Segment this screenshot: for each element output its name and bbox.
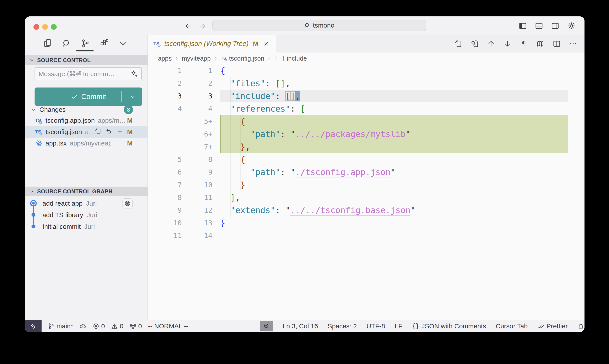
history-forward-button[interactable] (198, 22, 206, 30)
toggle-panel-button[interactable] (534, 21, 544, 31)
statusbar-spaces-2[interactable]: Spaces: 2 (328, 323, 357, 330)
line-number-modified: 1 (182, 64, 212, 77)
breadcrumb-item-tsconfig.json[interactable]: TStsconfig.json (221, 55, 264, 62)
arrow-down-button[interactable] (502, 39, 513, 49)
pilcrow-button[interactable]: ¶ (519, 39, 529, 49)
file-search-button[interactable] (469, 39, 480, 49)
activity-item-extensions[interactable] (99, 38, 109, 49)
statusbar-ln-3-col-16[interactable]: Ln 3, Col 16 (283, 323, 318, 330)
zoom-indicator[interactable] (260, 321, 273, 331)
close-icon[interactable] (263, 41, 269, 47)
modified-badge: M (127, 128, 132, 136)
statusbar-0[interactable]: 0 (130, 323, 142, 330)
go-to-file-button[interactable] (94, 128, 102, 136)
statusbar--normal-[interactable]: -- NORMAL -- (148, 323, 188, 330)
code-line-10[interactable]: 710 } (148, 179, 584, 191)
commit-row-1[interactable]: add react appJuri (25, 197, 148, 209)
statusbar-prettier[interactable]: Prettier (537, 323, 568, 330)
activity-item-chevron-down[interactable] (118, 38, 128, 49)
statusbar-json-with-comments[interactable]: {}JSON with Comments (412, 323, 486, 330)
remote-indicator[interactable] (25, 320, 41, 332)
commit-message: Initial commit (42, 223, 81, 230)
cloud-upload-status[interactable] (79, 323, 86, 330)
commit-row-2[interactable]: add TS libraryJuri (25, 209, 148, 221)
code-line-1[interactable]: 11{ (148, 64, 584, 77)
code-line-13[interactable]: 1013} (148, 217, 584, 229)
code-text: "files": [], (220, 77, 290, 90)
code-line-4[interactable]: 44 "references": [ (148, 102, 584, 115)
chevron-right-icon (267, 56, 272, 61)
statusbar-main-[interactable]: main* (48, 323, 73, 330)
line-number-modified: 11 (182, 191, 212, 204)
changed-file-row-tsconfig.json[interactable]: TStsconfig.jsona…M (25, 126, 148, 138)
split-editor-button[interactable] (551, 39, 562, 49)
modified-badge: M (127, 117, 132, 124)
code-line-7[interactable]: 7+ }, (148, 141, 584, 153)
pilcrow-icon: ¶ (522, 40, 526, 48)
line-number-original (148, 128, 182, 141)
code-token: "extends" (230, 205, 275, 215)
breadcrumb-item-include[interactable]: [ ]include (274, 55, 307, 62)
added-line-highlight (220, 141, 568, 153)
close-window-button[interactable] (33, 24, 39, 30)
status-label: Spaces: 2 (328, 323, 357, 330)
arrow-up-button[interactable] (486, 39, 496, 49)
statusbar-lf[interactable]: LF (395, 323, 402, 330)
code-token: " (290, 167, 295, 177)
toggle-secondary-sidebar-button[interactable] (550, 21, 560, 31)
statusbar-cursor-tab[interactable]: Cursor Tab (496, 323, 528, 330)
commit-button[interactable]: Commit (35, 88, 142, 106)
breadcrumb-item-myviteapp[interactable]: myviteapp (182, 55, 211, 62)
chevron-down-icon[interactable] (130, 93, 136, 100)
sparkle-icon[interactable] (130, 70, 138, 78)
code-line-11[interactable]: 811 ], (148, 191, 584, 204)
activity-item-files[interactable] (42, 38, 53, 49)
minimize-window-button[interactable] (42, 24, 48, 30)
map-button[interactable] (535, 39, 545, 49)
code-line-5[interactable]: 5+ { (148, 115, 584, 128)
statusbar-utf-8[interactable]: UTF-8 (366, 323, 385, 330)
activity-item-source-control[interactable] (80, 38, 91, 49)
bracket-match: ] (290, 91, 295, 101)
tab-label: tsconfig.json (Working Tree) (164, 40, 248, 48)
commit-row-3[interactable]: Initial commitJuri (25, 221, 148, 232)
tab-modified-badge: M (253, 40, 258, 48)
code-line-6[interactable]: 6+ "path": "../../packages/mytslib" (148, 128, 584, 141)
statusbar-0[interactable]: 0 (92, 323, 105, 330)
statusbar-0[interactable]: 0 (111, 323, 123, 330)
code-line-14[interactable]: 1114 (148, 229, 584, 242)
code-token: } (220, 218, 225, 228)
changed-file-row-tsconfig.app.json[interactable]: TStsconfig.app.jsonapps/m…M (25, 115, 148, 126)
bell-status[interactable] (577, 323, 584, 330)
code-token: "files" (230, 78, 265, 88)
stage-plus-button[interactable] (116, 128, 123, 136)
modified-badge: M (127, 140, 132, 147)
tab-tsconfig-working-tree[interactable]: TS tsconfig.json (Working Tree) M (148, 35, 276, 52)
toggle-primary-sidebar-button[interactable] (518, 21, 528, 31)
breadcrumb-item-apps[interactable]: apps (158, 55, 172, 62)
target-button[interactable] (122, 198, 132, 208)
more-ellipsis-button[interactable] (568, 39, 578, 49)
activity-item-search[interactable] (61, 38, 72, 49)
line-number-original: 8 (148, 191, 182, 204)
source-control-graph-header[interactable]: SOURCE CONTROL GRAPH (25, 187, 148, 196)
code-line-9[interactable]: 69 "path": "./tsconfig.app.json" (148, 166, 584, 179)
history-back-button[interactable] (185, 22, 193, 30)
code-token: "path" (250, 129, 280, 139)
go-to-file-button[interactable] (453, 39, 464, 49)
chevron-down-icon (118, 39, 128, 48)
changes-section-header[interactable]: Changes 3 (25, 104, 148, 115)
commit-message-input[interactable]: Message (⌘⏎ to comm… (35, 67, 142, 80)
source-control-section-header[interactable]: SOURCE CONTROL (25, 55, 148, 65)
changed-file-row-app.tsx[interactable]: app.tsxapps/myviteapp/sr…M (25, 138, 148, 149)
discard-button[interactable] (105, 128, 112, 136)
command-center-search[interactable]: tsmono (212, 20, 426, 31)
code-token: , (285, 78, 290, 88)
zoom-window-button[interactable] (51, 24, 57, 30)
code-line-3[interactable]: 33 "include": [], (148, 90, 584, 102)
code-line-2[interactable]: 22 "files": [], (148, 77, 584, 90)
settings-gear-button[interactable] (566, 21, 577, 31)
code-line-8[interactable]: 58 { (148, 153, 584, 166)
code-line-12[interactable]: 912 "extends": "../../tsconfig.base.json… (148, 204, 584, 217)
code-token: ] (230, 193, 235, 202)
